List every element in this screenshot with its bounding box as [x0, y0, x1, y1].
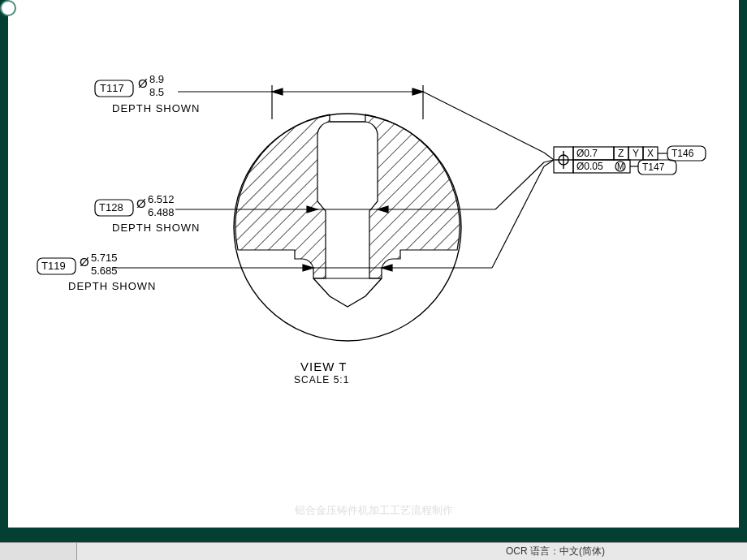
svg-line-17: [495, 162, 544, 209]
fcf-row2-tag: T147: [642, 162, 665, 173]
feature-control-frame: Ø0.7 Z Y X T146 Ø0.05 M T147: [554, 146, 706, 174]
svg-marker-8: [272, 88, 283, 95]
svg-line-24: [544, 153, 554, 160]
view-name: VIEW T: [300, 360, 347, 373]
view-scale: SCALE 5:1: [294, 374, 349, 386]
fcf-row2-mod: M: [617, 162, 624, 171]
svg-marker-21: [382, 265, 392, 271]
svg-marker-9: [412, 88, 423, 95]
callout-t128: T128 Ø 6.512 6.488 DEPTH SHOWN: [95, 193, 201, 234]
svg-marker-20: [303, 265, 313, 271]
fcf-datum-x: X: [647, 148, 654, 159]
svg-text:Ø: Ø: [136, 196, 146, 210]
view-label: VIEW T SCALE 5:1: [294, 360, 349, 386]
slide-area: T117 Ø 8.9 8.5 DEPTH SHOWN T128 Ø 6.512 …: [0, 0, 747, 544]
status-lang-label: OCR 语言：中文(简体): [499, 545, 611, 558]
callout-t119-lower: 5.685: [91, 265, 118, 277]
fcf-row2-tol: Ø0.05: [576, 161, 603, 172]
svg-text:Ø: Ø: [80, 255, 89, 269]
callout-t128-lower: 6.488: [148, 206, 175, 218]
callout-t117-tag: T117: [100, 82, 124, 94]
callout-t119-tag: T119: [41, 260, 66, 272]
fcf-row1-tag: T146: [671, 148, 694, 159]
true-position-icon: [555, 151, 572, 169]
callout-t117: T117 Ø 8.9 8.5 DEPTH SHOWN: [95, 73, 201, 114]
callout-t117-depth: DEPTH SHOWN: [112, 102, 201, 114]
callout-t117-lower: 8.5: [149, 86, 164, 98]
callout-t128-upper: 6.512: [148, 193, 175, 205]
svg-text:Ø: Ø: [138, 76, 148, 90]
status-bar: OCR 语言：中文(简体): [0, 542, 747, 560]
fcf-datum-y: Y: [633, 148, 639, 159]
svg-line-10: [423, 92, 544, 153]
status-left-cell: [0, 543, 77, 560]
engineering-drawing: T117 Ø 8.9 8.5 DEPTH SHOWN T128 Ø 6.512 …: [8, 0, 739, 528]
binder-ring-icon: [0, 0, 16, 16]
fcf-row1-tol: Ø0.7: [576, 148, 598, 159]
callout-t117-upper: 8.9: [149, 73, 164, 85]
callout-t119-upper: 5.715: [91, 252, 118, 264]
callout-t119-depth: DEPTH SHOWN: [68, 280, 157, 292]
fcf-datum-z: Z: [618, 148, 624, 159]
section-view: [234, 114, 461, 341]
callout-t128-tag: T128: [99, 201, 123, 213]
callout-t128-depth: DEPTH SHOWN: [112, 222, 201, 234]
callout-t119: T119 Ø 5.715 5.685 DEPTH SHOWN: [37, 252, 157, 292]
drawing-canvas: T117 Ø 8.9 8.5 DEPTH SHOWN T128 Ø 6.512 …: [8, 0, 739, 528]
svg-line-23: [492, 166, 544, 268]
